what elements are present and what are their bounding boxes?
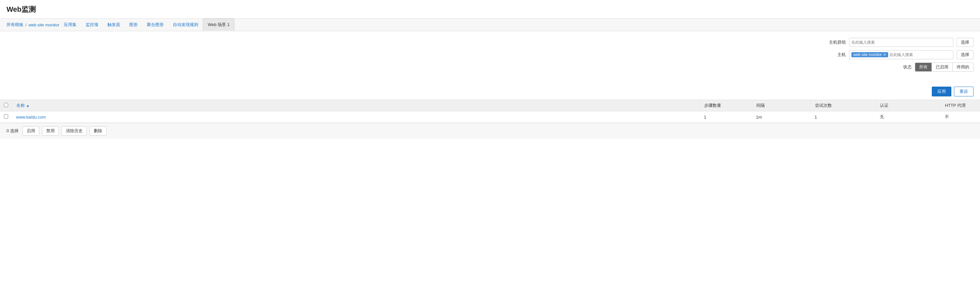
page-wrapper: Web监测 所有模板 / web site monitor 应用集监控项触发器图…: [0, 0, 980, 284]
row-name-link[interactable]: www.baidu.com: [16, 115, 46, 120]
clear-history-button[interactable]: 清除历史: [62, 126, 87, 136]
tab-discovery[interactable]: 自动发现规则: [168, 19, 203, 30]
host-tag-close[interactable]: ✕: [883, 53, 886, 57]
row-auth-cell: 无: [876, 112, 941, 123]
tab-graphs[interactable]: 图形: [125, 19, 142, 30]
row-http-proxy-cell: 不: [941, 112, 980, 123]
row-checkbox[interactable]: [4, 114, 8, 118]
th-steps: 步骤数量: [700, 100, 752, 112]
breadcrumb-all-templates[interactable]: 所有模板: [6, 19, 24, 31]
host-tag[interactable]: web site monitor ✕: [851, 52, 888, 57]
host-input-wrap[interactable]: web site monitor ✕: [849, 50, 953, 59]
host-select-button[interactable]: 选择: [956, 50, 974, 59]
th-retries: 尝试次数: [811, 100, 876, 112]
host-tag-text: web site monitor: [853, 53, 882, 57]
sort-arrow-name: ▲: [26, 104, 30, 107]
bottom-toolbar: 0 选择 启用 禁用 清除历史 删除: [0, 123, 980, 139]
table-body: www.baidu.com 1 1m 1 无 不: [0, 112, 980, 123]
status-label: 状态: [894, 64, 912, 70]
th-interval: 间隔: [752, 100, 811, 112]
filter-row-host-group: 主机群组 选择: [746, 38, 974, 47]
breadcrumb-tabs: 所有模板 / web site monitor 应用集监控项触发器图形聚合图形自…: [0, 19, 980, 31]
disable-button[interactable]: 禁用: [42, 126, 59, 136]
row-interval-cell: 1m: [752, 112, 811, 123]
filter-grid: 主机群组 选择 主机 web site monitor ✕ 选择: [746, 38, 974, 72]
tab-aggregate[interactable]: 聚合图形: [142, 19, 168, 30]
tab-monitors[interactable]: 监控项: [81, 19, 103, 30]
status-group: 所有已启用停用的: [915, 62, 974, 72]
host-group-input[interactable]: [849, 38, 953, 47]
row-retries-cell: 1: [811, 112, 876, 123]
tab-webscenario[interactable]: Web 场景 1: [203, 19, 234, 30]
tab-apps[interactable]: 应用集: [59, 19, 81, 30]
row-name-cell: www.baidu.com: [13, 112, 700, 123]
action-row: 应用 重设: [0, 83, 980, 100]
status-btn-disabled[interactable]: 停用的: [953, 63, 973, 71]
th-name-sort[interactable]: 名称 ▲: [16, 102, 696, 108]
tabs-container: 应用集监控项触发器图形聚合图形自动发现规则Web 场景 1: [59, 22, 234, 28]
th-auth: 认证: [876, 100, 941, 112]
select-all-checkbox[interactable]: [4, 103, 8, 107]
row-steps-cell: 1: [700, 112, 752, 123]
enable-button[interactable]: 启用: [22, 126, 40, 136]
th-check: [0, 100, 13, 112]
page-header: Web监测: [0, 0, 980, 19]
tab-triggers[interactable]: 触发器: [103, 19, 125, 30]
page-title: Web监测: [6, 5, 974, 14]
host-group-label: 主机群组: [828, 40, 846, 45]
host-group-select-button[interactable]: 选择: [956, 38, 974, 47]
host-label: 主机: [828, 52, 846, 57]
delete-button[interactable]: 删除: [89, 126, 107, 136]
selection-count: 0 选择: [6, 128, 19, 134]
status-btn-all[interactable]: 所有: [915, 63, 932, 71]
th-http-proxy: HTTP 代理: [941, 100, 980, 112]
filter-row-host: 主机 web site monitor ✕ 选择: [746, 50, 974, 59]
filter-area: 主机群组 选择 主机 web site monitor ✕ 选择: [0, 31, 980, 83]
web-scenarios-table: 名称 ▲ 步骤数量 间隔 尝试次数 认证 HTTP 代理 www.ba: [0, 100, 980, 123]
apply-button[interactable]: 应用: [932, 87, 951, 96]
breadcrumb-separator: /: [25, 22, 27, 27]
table-row: www.baidu.com 1 1m 1 无 不: [0, 112, 980, 123]
th-name: 名称 ▲: [13, 100, 700, 112]
row-check-cell[interactable]: [0, 112, 13, 123]
status-btn-enabled[interactable]: 已启用: [932, 63, 953, 71]
filter-row-status: 状态 所有已启用停用的: [746, 62, 974, 72]
breadcrumb-current[interactable]: web site monitor: [29, 19, 60, 30]
table-header-row: 名称 ▲ 步骤数量 间隔 尝试次数 认证 HTTP 代理: [0, 100, 980, 112]
host-search-input[interactable]: [889, 53, 938, 57]
th-name-label: 名称: [16, 102, 25, 108]
table-area: 名称 ▲ 步骤数量 间隔 尝试次数 认证 HTTP 代理 www.ba: [0, 100, 980, 123]
reset-button[interactable]: 重设: [954, 87, 974, 96]
